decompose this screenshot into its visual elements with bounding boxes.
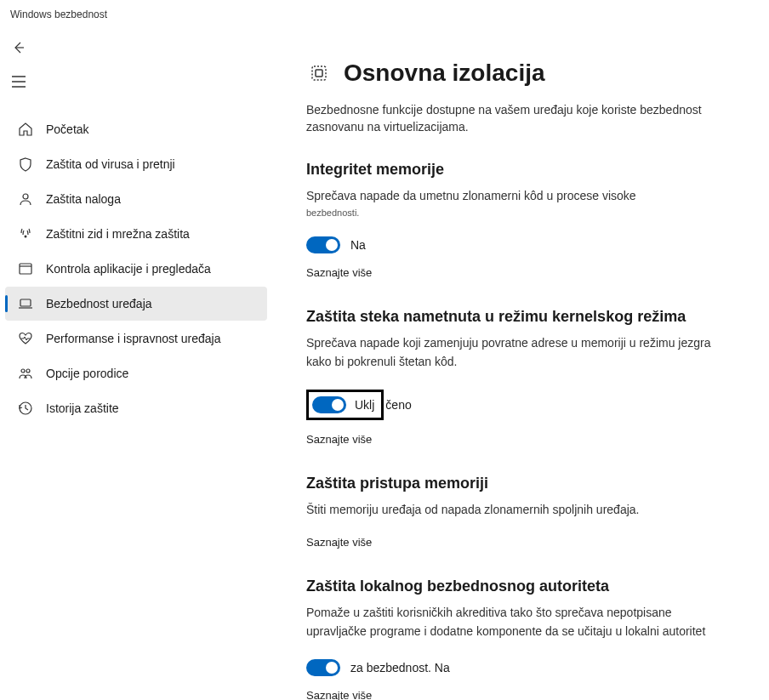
section-title: Integritet memorije bbox=[306, 161, 735, 179]
section-title: Zaštita steka nametnuta u režimu kernels… bbox=[306, 308, 735, 326]
learn-more-link[interactable]: Saznajte više bbox=[306, 689, 372, 700]
sidebar-item-label: Opcije porodice bbox=[46, 367, 128, 380]
sidebar-item-account[interactable]: Zaštita naloga bbox=[5, 182, 267, 216]
section-description: Sprečava napade da umetnu zlonamerni kôd… bbox=[306, 187, 735, 206]
section-memory-access: Zaštita pristupa memoriji Štiti memoriju… bbox=[306, 475, 735, 549]
svg-rect-7 bbox=[312, 66, 326, 80]
back-button[interactable] bbox=[0, 32, 34, 63]
svg-rect-8 bbox=[316, 70, 322, 77]
sidebar-item-virus[interactable]: Zaštita od virusa i pretnji bbox=[5, 147, 267, 181]
svg-point-0 bbox=[23, 194, 28, 199]
sidebar-item-device-security[interactable]: Bezbednost uređaja bbox=[5, 287, 267, 321]
toggle-label-part1: Uklj bbox=[355, 398, 374, 412]
learn-more-link[interactable]: Saznajte više bbox=[306, 536, 372, 549]
home-icon bbox=[17, 121, 34, 138]
back-arrow-icon bbox=[12, 41, 26, 54]
toggle-label-part2: čeno bbox=[385, 398, 411, 412]
app-icon bbox=[17, 260, 34, 277]
section-title: Zaštita pristupa memoriji bbox=[306, 475, 735, 492]
sidebar-item-home[interactable]: Početak bbox=[5, 112, 267, 146]
toggle-row: Na bbox=[306, 236, 735, 253]
page-header: Osnovna izolacija bbox=[306, 60, 735, 87]
hamburger-button[interactable] bbox=[0, 66, 34, 97]
toggle-row-highlighted: Uklj čeno bbox=[306, 390, 735, 420]
person-icon bbox=[17, 191, 34, 208]
people-icon bbox=[17, 365, 34, 382]
sidebar-item-family[interactable]: Opcije porodice bbox=[5, 356, 267, 390]
laptop-icon bbox=[17, 295, 34, 312]
heart-pulse-icon bbox=[17, 330, 34, 347]
sidebar-item-label: Kontrola aplikacije i pregledača bbox=[46, 262, 211, 276]
svg-rect-3 bbox=[20, 299, 31, 306]
toggle-row: za bezbednost. Na bbox=[306, 659, 735, 676]
chip-icon bbox=[306, 60, 332, 86]
highlight-box: Uklj bbox=[306, 390, 384, 420]
page-title: Osnovna izolacija bbox=[344, 60, 545, 87]
sidebar-item-label: Zaštitni zid i mrežna zaštita bbox=[46, 227, 190, 241]
section-kernel-stack: Zaštita steka nametnuta u režimu kernels… bbox=[306, 308, 735, 446]
section-description-small: bezbednosti. bbox=[306, 208, 735, 218]
page-description: Bezbednosne funkcije dostupne na vašem u… bbox=[306, 102, 735, 135]
section-description: Pomaže u zaštiti korisničkih akreditiva … bbox=[306, 604, 735, 640]
learn-more-link[interactable]: Saznajte više bbox=[306, 266, 372, 279]
sidebar-item-app-browser[interactable]: Kontrola aplikacije i pregledača bbox=[5, 252, 267, 286]
sidebar-item-label: Početak bbox=[46, 122, 89, 136]
sidebar-item-label: Performanse i ispravnost uređaja bbox=[46, 332, 220, 345]
toggle-label: Na bbox=[350, 238, 366, 252]
section-lsa: Zaštita lokalnog bezbednosnog autoriteta… bbox=[306, 578, 735, 700]
sidebar-item-firewall[interactable]: Zaštitni zid i mrežna zaštita bbox=[5, 217, 267, 251]
svg-point-5 bbox=[26, 369, 30, 373]
svg-point-1 bbox=[25, 236, 27, 238]
learn-more-link[interactable]: Saznajte više bbox=[306, 433, 372, 446]
main-content: Osnovna izolacija Bezbednosne funkcije d… bbox=[272, 26, 769, 700]
shield-icon bbox=[17, 156, 34, 173]
sidebar: Početak Zaštita od virusa i pretnji Zašt… bbox=[0, 26, 272, 700]
sidebar-item-label: Zaštita od virusa i pretnji bbox=[46, 157, 175, 171]
svg-rect-2 bbox=[20, 264, 31, 274]
section-description: Sprečava napade koji zamenjuju povratne … bbox=[306, 334, 735, 371]
hamburger-icon bbox=[12, 76, 26, 88]
app-title: Windows bezbednost bbox=[0, 0, 769, 26]
wifi-icon bbox=[17, 225, 34, 242]
section-description: Štiti memoriju uređaja od napada zloname… bbox=[306, 501, 735, 520]
memory-integrity-toggle[interactable] bbox=[306, 236, 340, 253]
nav: Početak Zaštita od virusa i pretnji Zašt… bbox=[0, 112, 272, 425]
svg-point-4 bbox=[21, 369, 25, 373]
sidebar-item-label: Bezbednost uređaja bbox=[46, 297, 152, 310]
history-icon bbox=[17, 400, 34, 417]
sidebar-item-history[interactable]: Istorija zaštite bbox=[5, 391, 267, 425]
toggle-label: za bezbednost. Na bbox=[350, 661, 450, 674]
sidebar-item-performance[interactable]: Performanse i ispravnost uređaja bbox=[5, 322, 267, 356]
section-memory-integrity: Integritet memorije Sprečava napade da u… bbox=[306, 161, 735, 279]
lsa-toggle[interactable] bbox=[306, 659, 340, 676]
sidebar-item-label: Zaštita naloga bbox=[46, 192, 121, 206]
section-title: Zaštita lokalnog bezbednosnog autoriteta bbox=[306, 578, 735, 595]
sidebar-item-label: Istorija zaštite bbox=[46, 401, 119, 415]
kernel-stack-toggle[interactable] bbox=[312, 396, 346, 413]
